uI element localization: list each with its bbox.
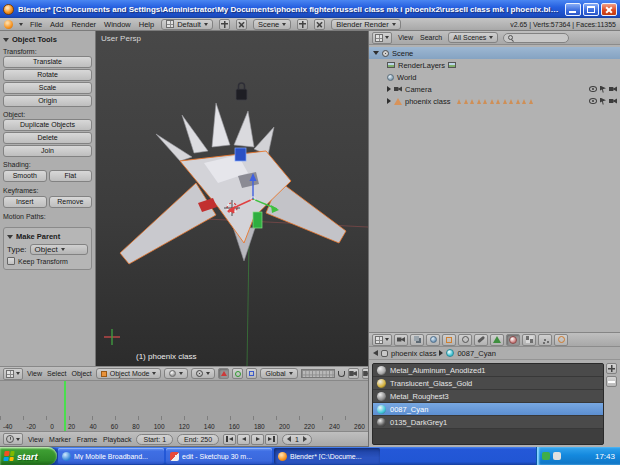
jump-to-end-button[interactable] — [265, 434, 278, 445]
visibility-toggle-icon[interactable] — [589, 86, 597, 92]
mode-dropdown[interactable]: Object Mode — [96, 368, 162, 379]
tab-data[interactable] — [490, 334, 504, 346]
menu-marker[interactable]: Marker — [48, 436, 72, 443]
tree-item-phoenix-class[interactable]: phoenix class — [369, 95, 620, 107]
smooth-button[interactable]: Smooth — [3, 170, 47, 182]
menu-view[interactable]: View — [27, 436, 44, 443]
material-slot-row[interactable]: Metal_Roughest3 — [373, 390, 603, 403]
breadcrumb-back-icon[interactable] — [373, 350, 378, 356]
taskbar-button-blender[interactable]: Blender* [C:\Docume... — [274, 448, 380, 464]
layers-widget[interactable] — [301, 369, 335, 378]
breadcrumb-object[interactable]: phoenix class — [391, 349, 436, 358]
material-slot-row[interactable]: 0135_DarkGrey1 — [373, 416, 603, 429]
menu-view[interactable]: View — [26, 370, 43, 377]
material-slot-row[interactable]: 0087_Cyan — [373, 403, 603, 416]
selectability-toggle-icon[interactable] — [600, 98, 606, 105]
tab-texture[interactable] — [522, 334, 536, 346]
screen-layout-dropdown[interactable]: Default — [161, 19, 213, 30]
delete-button[interactable]: Delete — [3, 132, 92, 144]
breadcrumb-material[interactable]: 0087_Cyan — [457, 349, 495, 358]
end-frame-field[interactable]: End: 250 — [177, 434, 219, 445]
editor-type-button[interactable] — [372, 32, 392, 44]
add-material-slot-button[interactable] — [606, 363, 617, 374]
tab-modifiers[interactable] — [474, 334, 488, 346]
snap-magnet-icon[interactable] — [338, 371, 345, 377]
remove-keyframe-button[interactable]: Remove — [49, 196, 93, 208]
tab-constraints[interactable] — [458, 334, 472, 346]
material-slot-row[interactable]: Metal_Aluminum_Anodized1 — [373, 364, 603, 377]
menu-search[interactable]: Search — [419, 34, 443, 41]
tab-physics[interactable] — [554, 334, 568, 346]
renderability-toggle-icon[interactable] — [609, 98, 617, 104]
material-slot-row[interactable]: Translucent_Glass_Gold — [373, 377, 603, 390]
timeline-playhead[interactable] — [64, 381, 66, 431]
maximize-button[interactable] — [583, 3, 599, 16]
tab-world[interactable] — [426, 334, 440, 346]
menu-render[interactable]: Render — [70, 20, 97, 29]
remove-material-slot-button[interactable] — [606, 376, 617, 387]
tray-icon-2[interactable] — [553, 452, 561, 460]
menu-file[interactable]: File — [29, 20, 43, 29]
renderability-toggle-icon[interactable] — [609, 86, 617, 92]
menu-object[interactable]: Object — [71, 370, 93, 377]
visibility-toggle-icon[interactable] — [589, 98, 597, 104]
editor-type-button[interactable] — [372, 334, 392, 346]
viewport-3d[interactable]: User Persp (1) phoenix class — [96, 31, 368, 366]
orientation-dropdown[interactable]: Global — [260, 368, 297, 379]
display-filter-dropdown[interactable]: All Scenes — [448, 32, 498, 43]
origin-button[interactable]: Origin — [3, 95, 92, 107]
expander-closed-icon[interactable] — [387, 86, 391, 92]
close-button[interactable] — [601, 3, 617, 16]
play-button[interactable] — [251, 434, 264, 445]
menu-select[interactable]: Select — [46, 370, 67, 377]
object-tools-panel-header[interactable]: Object Tools — [3, 35, 92, 44]
menu-playback[interactable]: Playback — [102, 436, 132, 443]
tab-material[interactable] — [506, 334, 520, 346]
scale-button[interactable]: Scale — [3, 82, 92, 94]
window-titlebar[interactable]: Blender* [C:\Documents and Settings\Admi… — [0, 0, 620, 18]
editor-type-button[interactable] — [3, 368, 23, 380]
keep-transform-checkbox[interactable] — [7, 257, 15, 265]
tab-render[interactable] — [394, 334, 408, 346]
render-still-button[interactable] — [348, 368, 359, 379]
menu-add[interactable]: Add — [49, 20, 64, 29]
manipulator-scale-toggle[interactable] — [246, 368, 257, 379]
render-engine-dropdown[interactable]: Blender Render — [331, 19, 401, 30]
decrement-arrow-icon[interactable] — [287, 436, 291, 442]
duplicate-objects-button[interactable]: Duplicate Objects — [3, 119, 92, 131]
flat-button[interactable]: Flat — [49, 170, 93, 182]
tree-item-renderlayers[interactable]: RenderLayers — [369, 59, 620, 71]
jump-to-start-button[interactable] — [223, 434, 236, 445]
tray-icon-1[interactable] — [542, 452, 550, 460]
menu-help[interactable]: Help — [138, 20, 155, 29]
insert-keyframe-button[interactable]: Insert — [3, 196, 47, 208]
layout-delete-button[interactable] — [236, 19, 247, 30]
lamp-object[interactable] — [236, 83, 247, 100]
expander-open-icon[interactable] — [373, 51, 379, 55]
join-button[interactable]: Join — [3, 145, 92, 157]
timeline-editor[interactable]: -40 -20 0 20 40 60 80 100 120 140 160 18… — [0, 381, 368, 431]
make-parent-panel-header[interactable]: Make Parent — [7, 232, 88, 241]
layout-add-button[interactable] — [219, 19, 230, 30]
manipulator-rotate-toggle[interactable] — [232, 368, 243, 379]
start-button[interactable]: start — [0, 447, 57, 465]
tab-particles[interactable] — [538, 334, 552, 346]
selectability-toggle-icon[interactable] — [600, 86, 606, 93]
menu-view[interactable]: View — [397, 34, 414, 41]
tree-item-scene[interactable]: Scene — [369, 47, 620, 59]
expander-closed-icon[interactable] — [387, 98, 391, 104]
manipulator-translate-toggle[interactable] — [218, 368, 229, 379]
spaceship-model[interactable] — [120, 103, 346, 264]
tab-object[interactable] — [442, 334, 456, 346]
outliner-search-input[interactable] — [503, 33, 569, 43]
taskbar-button-broadband[interactable]: My Mobile Broadband... — [58, 448, 164, 464]
scene-dropdown[interactable]: Scene — [253, 19, 291, 30]
menu-frame[interactable]: Frame — [76, 436, 98, 443]
blender-menu-icon[interactable] — [4, 20, 13, 29]
viewport-shading-dropdown[interactable] — [164, 368, 188, 379]
editor-type-button[interactable] — [3, 433, 23, 445]
menu-window[interactable]: Window — [103, 20, 132, 29]
pivot-dropdown[interactable] — [191, 368, 215, 379]
rotate-button[interactable]: Rotate — [3, 69, 92, 81]
parent-type-dropdown[interactable]: Object — [30, 244, 88, 255]
